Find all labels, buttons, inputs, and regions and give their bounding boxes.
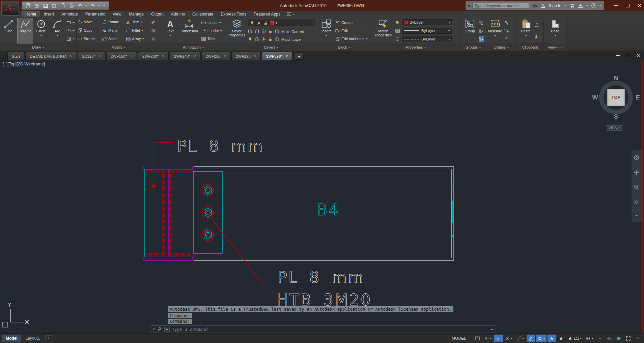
- qat-customize-icon[interactable]: [103, 5, 105, 7]
- create-block-button[interactable]: Create: [335, 20, 368, 26]
- measure-button[interactable]: Measure: [487, 18, 503, 44]
- panel-title-annotation[interactable]: Annotation: [161, 44, 226, 51]
- print-icon[interactable]: [69, 3, 75, 8]
- group-button[interactable]: Group: [462, 18, 478, 44]
- lineweight-dropdown[interactable]: ByLayer: [402, 28, 452, 34]
- ribbon-tab[interactable]: Output: [147, 11, 167, 17]
- ribbon-tab[interactable]: View: [109, 11, 125, 17]
- circle-button[interactable]: Circle: [33, 18, 49, 44]
- panel-title-view[interactable]: View»: [544, 44, 566, 51]
- color-wheel-icon[interactable]: [395, 20, 400, 25]
- save-as-icon[interactable]: [52, 3, 57, 8]
- viewcube[interactable]: N S W E TOP: [595, 77, 637, 118]
- file-tab[interactable]: 2WF298×: [231, 52, 260, 60]
- explode-button[interactable]: [151, 28, 160, 33]
- isolate-objects-button[interactable]: [605, 335, 614, 342]
- object-color-dropdown[interactable]: ByLayer: [402, 19, 452, 25]
- sign-in-button[interactable]: Sign In: [549, 3, 561, 8]
- snap-toggle[interactable]: [483, 335, 493, 342]
- viewcube-north[interactable]: N: [614, 75, 618, 82]
- ribbon-tab[interactable]: Featured Apps: [250, 11, 284, 17]
- panel-title-modify[interactable]: Modify: [77, 44, 161, 51]
- tab-close-icon[interactable]: ×: [224, 54, 226, 58]
- edit-attributes-button[interactable]: Edit Attributes: [335, 36, 368, 42]
- new-file-icon[interactable]: [25, 3, 31, 8]
- object-snap-tracking-toggle[interactable]: [527, 335, 535, 342]
- weld-hatch[interactable]: [145, 170, 190, 257]
- hardware-acceleration-button[interactable]: [615, 335, 623, 342]
- viewcube-west[interactable]: W: [592, 94, 598, 101]
- ribbon-tab[interactable]: Insert: [40, 11, 58, 17]
- bolt-3[interactable]: [199, 226, 217, 244]
- viewcube-south[interactable]: S: [614, 113, 618, 120]
- ribbon-tab[interactable]: Add-ins: [167, 11, 189, 17]
- command-close-icon[interactable]: ×: [152, 327, 155, 332]
- ellipse-button[interactable]: [66, 28, 75, 34]
- copy-button[interactable]: Copy: [77, 28, 100, 33]
- open-file-icon[interactable]: [34, 3, 39, 8]
- annotation-scale-button[interactable]: 1:1: [566, 335, 583, 342]
- text-button[interactable]: A Text: [162, 18, 178, 44]
- layer-unisolate-icon[interactable]: [254, 37, 259, 42]
- quick-select-button[interactable]: [504, 20, 509, 26]
- polar-tracking-toggle[interactable]: [504, 335, 514, 342]
- tab-close-icon[interactable]: ×: [70, 54, 73, 58]
- redo-dropdown-icon[interactable]: [98, 5, 100, 7]
- viewcube-east[interactable]: E: [636, 94, 640, 101]
- bolt-group[interactable]: [199, 181, 217, 244]
- drawing-canvas[interactable]: [−][Top][2D Wireframe]: [0, 60, 644, 333]
- new-layout-button[interactable]: +: [45, 335, 52, 341]
- model-tab[interactable]: Model: [2, 335, 21, 342]
- wcs-dropdown[interactable]: WCS: [606, 125, 623, 131]
- a360-dropdown-icon[interactable]: [586, 5, 588, 7]
- file-tab[interactable]: DETAIL BAK BUNGA×: [25, 52, 77, 60]
- plot-icon[interactable]: [60, 3, 66, 8]
- doc-restore-button[interactable]: [627, 54, 630, 57]
- group-edit-button[interactable]: [479, 28, 484, 34]
- linear-button[interactable]: Linear: [201, 20, 222, 26]
- ribbon-tab[interactable]: Home: [22, 11, 40, 17]
- a360-icon[interactable]: [578, 3, 583, 8]
- ribbon-tab[interactable]: Manage: [125, 11, 147, 17]
- dimension-button[interactable]: Dimension: [178, 18, 200, 44]
- command-customize-wrench-icon[interactable]: [157, 327, 162, 332]
- beam-mark-label[interactable]: B4: [317, 201, 340, 219]
- rectangle-button[interactable]: [66, 20, 75, 26]
- polyline-button[interactable]: Polyline: [17, 18, 33, 44]
- file-tab[interactable]: 2C125*×: [78, 52, 105, 60]
- new-drawing-tab-button[interactable]: +: [295, 53, 304, 60]
- annotation-visibility-toggle[interactable]: [548, 335, 556, 342]
- search-icon[interactable]: [532, 3, 537, 8]
- redo-icon[interactable]: ↷: [91, 3, 95, 8]
- viewport-controls[interactable]: [−][Top][2D Wireframe]: [3, 62, 45, 66]
- line-button[interactable]: Line: [1, 18, 17, 44]
- bolt-1[interactable]: [199, 181, 217, 199]
- arc-button[interactable]: Arc: [49, 18, 65, 44]
- erase-button[interactable]: [151, 19, 160, 25]
- minimize-button[interactable]: [614, 5, 618, 6]
- cut-button[interactable]: [535, 22, 540, 28]
- mirror-button[interactable]: Mirror: [102, 28, 124, 33]
- scale-button[interactable]: Scale: [102, 36, 124, 42]
- select-objects-button[interactable]: [504, 28, 509, 34]
- help-icon[interactable]: ?: [591, 3, 596, 8]
- hatch-button[interactable]: [66, 36, 75, 42]
- trim-button[interactable]: Trim: [126, 19, 149, 25]
- lineweight-icon[interactable]: [395, 28, 400, 33]
- ortho-toggle[interactable]: [494, 335, 503, 342]
- search-input[interactable]: [472, 3, 529, 9]
- panel-title-layers[interactable]: Layers: [226, 44, 317, 51]
- help-dropdown-icon[interactable]: [599, 5, 601, 7]
- layer-freeze-icon[interactable]: [261, 29, 266, 34]
- ribbon-tab[interactable]: Express Tools: [217, 11, 250, 17]
- leader-button[interactable]: Leader: [201, 28, 222, 34]
- application-menu-button[interactable]: A: [1, 1, 19, 16]
- doc-minimize-button[interactable]: [616, 55, 620, 56]
- annotation-monitor-button[interactable]: +: [596, 335, 604, 342]
- maximize-button[interactable]: [626, 4, 629, 7]
- offset-button[interactable]: [151, 36, 160, 42]
- app-store-cart-icon[interactable]: [569, 3, 575, 8]
- match-properties-button[interactable]: Match Properties: [372, 18, 394, 44]
- layer-unlock-all-icon[interactable]: [268, 37, 273, 42]
- edit-block-button[interactable]: Edit: [335, 28, 368, 34]
